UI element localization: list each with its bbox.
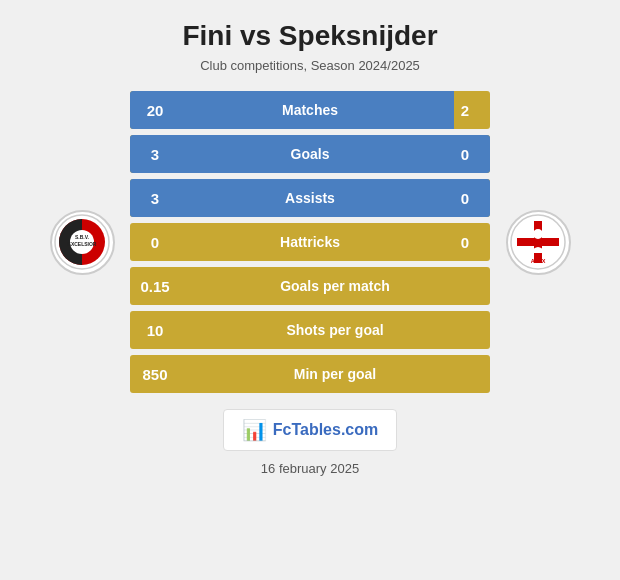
stat-row-shots-per-goal: 10Shots per goal: [130, 311, 490, 349]
svg-point-7: [533, 229, 543, 239]
stat-row-goals-per-match: 0.15Goals per match: [130, 267, 490, 305]
stat-right-assists: 0: [440, 190, 490, 207]
stats-section: S.B.V. EXCELSIOR 20Matches23Goals03Assis…: [10, 91, 610, 393]
right-club-logo: AJAX: [498, 210, 578, 275]
stat-left-matches: 20: [130, 102, 180, 119]
stat-label-goals-per-match: Goals per match: [180, 278, 490, 294]
stat-label-hattricks: Hattricks: [180, 234, 440, 250]
stat-label-shots-per-goal: Shots per goal: [180, 322, 490, 338]
stat-label-goals: Goals: [180, 146, 440, 162]
ajax-logo: AJAX: [506, 210, 571, 275]
fctables-text: FcTables.com: [273, 421, 379, 439]
page-wrapper: Fini vs Speksnijder Club competitions, S…: [0, 0, 620, 580]
stat-left-assists: 3: [130, 190, 180, 207]
svg-rect-6: [517, 238, 559, 246]
stat-right-hattricks: 0: [440, 234, 490, 251]
stat-left-min-per-goal: 850: [130, 366, 180, 383]
stat-row-assists: 3Assists0: [130, 179, 490, 217]
page-subtitle: Club competitions, Season 2024/2025: [200, 58, 420, 73]
left-club-logo: S.B.V. EXCELSIOR: [42, 210, 122, 275]
stat-row-matches: 20Matches2: [130, 91, 490, 129]
svg-text:AJAX: AJAX: [531, 258, 546, 264]
footer-logo-box: 📊 FcTables.com: [223, 409, 398, 451]
stats-rows: 20Matches23Goals03Assists00Hattricks00.1…: [130, 91, 490, 393]
stat-left-goals-per-match: 0.15: [130, 278, 180, 295]
svg-text:EXCELSIOR: EXCELSIOR: [68, 241, 97, 247]
stat-label-assists: Assists: [180, 190, 440, 206]
page-title: Fini vs Speksnijder: [182, 20, 437, 52]
stat-row-min-per-goal: 850Min per goal: [130, 355, 490, 393]
stat-right-goals: 0: [440, 146, 490, 163]
fctables-icon: 📊: [242, 418, 267, 442]
stat-right-matches: 2: [440, 102, 490, 119]
stat-left-hattricks: 0: [130, 234, 180, 251]
stat-label-matches: Matches: [180, 102, 440, 118]
stat-left-goals: 3: [130, 146, 180, 163]
stat-left-shots-per-goal: 10: [130, 322, 180, 339]
stat-row-goals: 3Goals0: [130, 135, 490, 173]
stat-label-min-per-goal: Min per goal: [180, 366, 490, 382]
stat-row-hattricks: 0Hattricks0: [130, 223, 490, 261]
footer-date: 16 february 2025: [261, 461, 359, 476]
excelsior-logo: S.B.V. EXCELSIOR: [50, 210, 115, 275]
svg-text:S.B.V.: S.B.V.: [75, 234, 90, 240]
